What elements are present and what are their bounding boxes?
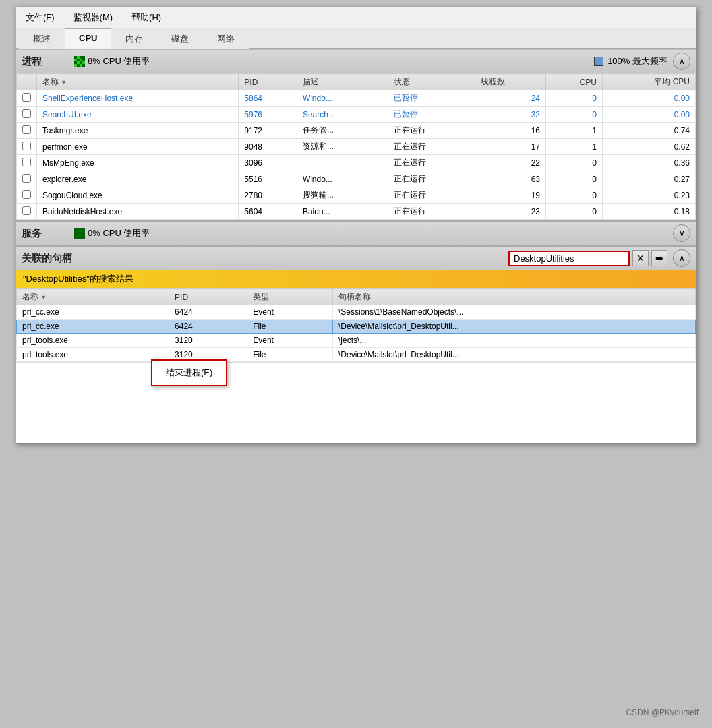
process-avg-cpu: 0.74	[602, 123, 695, 139]
col-threads[interactable]: 线程数	[475, 74, 546, 90]
handles-row[interactable]: prl_tools.exe 3120 File \Device\Mailslot…	[17, 348, 696, 362]
handle-handlename: \jects\...	[332, 334, 695, 348]
tab-network[interactable]: 网络	[203, 28, 249, 49]
process-checkbox[interactable]	[17, 90, 37, 107]
handles-title: 关联的句柄	[22, 252, 72, 265]
col-cpu[interactable]: CPU	[546, 74, 603, 90]
process-desc: Baidu...	[297, 204, 388, 220]
process-row[interactable]: SogouCloud.exe 2780 搜狗输... 正在运行 19 0 0.2…	[17, 187, 696, 204]
services-cpu-grid-icon	[74, 228, 85, 239]
process-table: 名称 ▼ PID 描述 状态 线程数 CPU 平均 CPU ShellExper…	[16, 73, 696, 220]
handles-col-handlename[interactable]: 句柄名称	[332, 289, 695, 305]
process-status: 正在运行	[388, 204, 475, 220]
services-collapse-btn[interactable]: ∨	[673, 224, 690, 242]
handles-table-wrapper: 名称 ▼ PID 类型 句柄名称 prl_cc.exe 6424 Event \…	[16, 289, 696, 362]
handle-name: prl_tools.exe	[17, 334, 169, 348]
checkbox-input[interactable]	[22, 93, 31, 102]
process-checkbox[interactable]	[17, 107, 37, 123]
process-name[interactable]: perfmon.exe	[37, 139, 239, 155]
handles-row[interactable]: prl_tools.exe 3120 Event \jects\...	[17, 334, 696, 348]
process-name[interactable]: SogouCloud.exe	[37, 187, 239, 204]
handles-row[interactable]: prl_cc.exe 6424 File \Device\Mailslot\pr…	[17, 320, 696, 334]
checkbox-input[interactable]	[22, 174, 31, 183]
process-threads: 19	[475, 187, 546, 204]
tab-memory[interactable]: 内存	[111, 28, 157, 49]
menu-help[interactable]: 帮助(H)	[127, 10, 165, 25]
process-name[interactable]: ShellExperienceHost.exe	[37, 90, 239, 107]
handles-collapse-btn[interactable]: ∧	[673, 249, 690, 267]
process-row[interactable]: perfmon.exe 9048 资源和... 正在运行 17 1 0.62	[17, 139, 696, 155]
freq-indicator: 100% 最大频率	[594, 55, 668, 67]
process-status: 正在运行	[388, 155, 475, 171]
services-cpu-indicator: 0% CPU 使用率	[74, 227, 150, 239]
col-desc[interactable]: 描述	[297, 74, 388, 90]
freq-box	[594, 57, 603, 66]
process-row[interactable]: SearchUI.exe 5976 Search ... 已暂停 32 0 0.…	[17, 107, 696, 123]
context-menu-end-process[interactable]: 结束进程(E)	[152, 363, 226, 382]
process-name[interactable]: explorer.exe	[37, 171, 239, 187]
col-avg-cpu[interactable]: 平均 CPU	[602, 74, 695, 90]
checkbox-input[interactable]	[22, 125, 31, 134]
checkbox-input[interactable]	[22, 190, 31, 199]
process-collapse-btn[interactable]: ∧	[673, 53, 690, 70]
checkbox-input[interactable]	[22, 158, 31, 166]
handle-name: prl_cc.exe	[17, 305, 169, 320]
process-row[interactable]: explorer.exe 5516 Windo... 正在运行 63 0 0.2…	[17, 171, 696, 187]
handles-row[interactable]: prl_cc.exe 6424 Event \Sessions\1\BaseNa…	[17, 305, 696, 320]
handles-section-header: 关联的句柄 ✕ ➡ ∧	[16, 245, 696, 270]
process-checkbox[interactable]	[17, 171, 37, 187]
process-status: 已暂停	[388, 90, 475, 107]
handles-col-name[interactable]: 名称 ▼	[17, 289, 169, 305]
process-name[interactable]: Taskmgr.exe	[37, 123, 239, 139]
services-title: 服务	[22, 227, 69, 240]
checkbox-input[interactable]	[22, 142, 31, 150]
process-row[interactable]: MsMpEng.exe 3096 正在运行 22 0 0.36	[17, 155, 696, 171]
handle-handlename: \Sessions\1\BaseNamedObjects\...	[332, 305, 695, 320]
checkbox-input[interactable]	[22, 206, 31, 215]
process-row[interactable]: BaiduNetdiskHost.exe 5604 Baidu... 正在运行 …	[17, 204, 696, 220]
process-row[interactable]: ShellExperienceHost.exe 5864 Windo... 已暂…	[17, 90, 696, 107]
col-status[interactable]: 状态	[388, 74, 475, 90]
process-table-container[interactable]: 名称 ▼ PID 描述 状态 线程数 CPU 平均 CPU ShellExper…	[16, 73, 696, 220]
process-pid: 5976	[239, 107, 297, 123]
handles-search-area: ✕ ➡	[508, 250, 668, 266]
process-avg-cpu: 0.36	[602, 155, 695, 171]
handles-search-input[interactable]	[508, 251, 630, 266]
process-cpu: 1	[546, 123, 603, 139]
process-checkbox[interactable]	[17, 139, 37, 155]
handles-col-type[interactable]: 类型	[247, 289, 333, 305]
checkbox-input[interactable]	[22, 109, 31, 118]
freq-label: 100% 最大频率	[607, 55, 668, 67]
process-status: 正在运行	[388, 123, 475, 139]
process-status: 正在运行	[388, 171, 475, 187]
process-row[interactable]: Taskmgr.exe 9172 任务管... 正在运行 16 1 0.74	[17, 123, 696, 139]
process-checkbox[interactable]	[17, 187, 37, 204]
process-pid: 9172	[239, 123, 297, 139]
col-name[interactable]: 名称 ▼	[37, 74, 239, 90]
tab-disk[interactable]: 磁盘	[157, 28, 203, 49]
process-desc: Search ...	[297, 107, 388, 123]
menu-file[interactable]: 文件(F)	[22, 10, 59, 25]
col-pid[interactable]: PID	[239, 74, 297, 90]
handle-name: prl_tools.exe	[17, 348, 169, 362]
process-checkbox[interactable]	[17, 204, 37, 220]
process-name[interactable]: MsMpEng.exe	[37, 155, 239, 171]
handles-col-pid[interactable]: PID	[169, 289, 247, 305]
menu-monitor[interactable]: 监视器(M)	[69, 10, 117, 25]
process-checkbox[interactable]	[17, 155, 37, 171]
process-cpu: 0	[546, 155, 603, 171]
handles-table: 名称 ▼ PID 类型 句柄名称 prl_cc.exe 6424 Event \…	[16, 289, 696, 362]
tab-cpu[interactable]: CPU	[65, 28, 111, 49]
process-status: 正在运行	[388, 139, 475, 155]
process-name[interactable]: SearchUI.exe	[37, 107, 239, 123]
process-name[interactable]: BaiduNetdiskHost.exe	[37, 204, 239, 220]
tab-bar: 概述 CPU 内存 磁盘 网络	[16, 28, 696, 49]
process-checkbox[interactable]	[17, 123, 37, 139]
tab-overview[interactable]: 概述	[19, 28, 65, 49]
process-desc: Windo...	[297, 171, 388, 187]
search-navigate-btn[interactable]: ➡	[651, 250, 668, 266]
process-avg-cpu: 0.23	[602, 187, 695, 204]
clear-search-btn[interactable]: ✕	[632, 250, 649, 266]
cpu-indicator: 8% CPU 使用率	[74, 55, 150, 67]
handle-type: File	[247, 348, 333, 362]
